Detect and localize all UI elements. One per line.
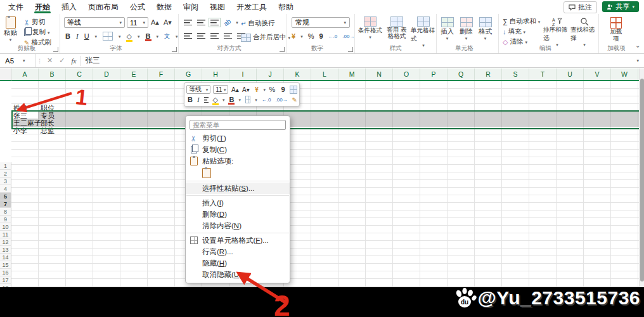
insert-cells-button[interactable]: 插入 ▾	[441, 17, 454, 41]
mini-font-color-dropdown-icon[interactable]: ▾	[238, 98, 241, 102]
selected-row-band-5[interactable]	[11, 112, 639, 119]
underline-dropdown-icon[interactable]: ▾	[95, 34, 98, 39]
column-header-W[interactable]: W	[611, 68, 638, 80]
column-header-G[interactable]: G	[175, 68, 202, 80]
paste-button[interactable]: 粘贴 ▾	[4, 16, 17, 42]
cell-styles-button[interactable]: 单元格样式 ▾	[411, 16, 436, 48]
mini-increase-decimal-icon[interactable]: ←.0	[262, 97, 271, 103]
mini-percent-button[interactable]: %	[268, 85, 276, 94]
menu-item-复制[interactable]: 复制(C)	[186, 144, 290, 155]
column-header-M[interactable]: M	[338, 68, 366, 80]
mini-font-name-select[interactable]: 等线 ▾	[186, 85, 210, 94]
font-size-select[interactable]: 11 ▾	[127, 17, 148, 28]
column-header-A[interactable]: A	[11, 68, 39, 80]
column-header-F[interactable]: F	[148, 68, 175, 80]
mini-font-color-button[interactable]: B	[229, 96, 234, 103]
column-header-I[interactable]: I	[229, 68, 257, 80]
comments-button[interactable]: 批注	[564, 1, 597, 13]
font-color-button[interactable]: B	[146, 32, 151, 40]
column-header-C[interactable]: C	[66, 68, 93, 80]
expand-formula-bar-icon[interactable]: ▾	[636, 58, 639, 63]
menu-item-粘贴选项:[interactable]: 粘贴选项:	[186, 155, 290, 167]
underline-button[interactable]: U	[84, 32, 89, 40]
phonetic-guide-button[interactable]: 文	[164, 32, 170, 41]
orientation-dropdown-icon[interactable]: ▾	[236, 20, 238, 25]
number-format-select[interactable]: 常规 ▾	[292, 17, 350, 28]
comma-style-button[interactable]: 9	[319, 32, 323, 40]
format-cells-button[interactable]: 格式 ▾	[479, 17, 492, 41]
tab-页面布局[interactable]: 页面布局	[82, 0, 124, 14]
column-header-S[interactable]: S	[502, 68, 529, 80]
column-header-P[interactable]: P	[420, 68, 448, 80]
mini-merge-icon[interactable]	[290, 86, 297, 94]
tab-公式[interactable]: 公式	[124, 0, 151, 14]
align-right-icon[interactable]	[210, 33, 219, 39]
clipboard-dialog-launcher[interactable]	[53, 47, 58, 52]
copy-button[interactable]: 复制 ▾	[24, 28, 50, 37]
row-header-5[interactable]: 5	[0, 193, 11, 200]
tab-开始[interactable]: 开始	[29, 0, 56, 14]
borders-button[interactable]	[103, 32, 113, 41]
selected-row-band-7[interactable]	[11, 119, 639, 127]
row-header-11[interactable]: 11	[0, 231, 11, 238]
conditional-formatting-button[interactable]: 条件格式 ▾	[357, 16, 383, 39]
cell-value[interactable]: 张三	[13, 112, 27, 119]
decrease-indent-icon[interactable]	[224, 33, 232, 39]
column-header-D[interactable]: D	[93, 68, 120, 80]
select-all-corner[interactable]	[0, 68, 11, 81]
row-header-16[interactable]: 16	[0, 269, 11, 276]
cell-value[interactable]: 姓名	[13, 104, 27, 112]
row-header-9[interactable]: 9	[0, 216, 11, 223]
column-header-H[interactable]: H	[202, 68, 229, 80]
cell-value[interactable]: 职位	[41, 104, 55, 112]
mini-borders-button[interactable]	[245, 96, 250, 103]
font-name-select[interactable]: 等线 ▾	[64, 17, 125, 28]
row-header-10[interactable]: 10	[0, 223, 11, 231]
menu-item-行高[interactable]: 行高(R)...	[186, 246, 290, 257]
cell-value[interactable]: 王二麻子	[13, 119, 41, 127]
tab-帮助[interactable]: 帮助	[273, 0, 299, 14]
column-header-N[interactable]: N	[366, 68, 393, 80]
column-header-J[interactable]: J	[257, 68, 284, 80]
column-header-B[interactable]: B	[39, 68, 66, 80]
row-header-1[interactable]: 1	[0, 162, 11, 170]
accounting-dropdown-icon[interactable]: ▾	[300, 34, 303, 39]
alignment-dialog-launcher[interactable]	[280, 47, 285, 52]
menu-search-input[interactable]	[190, 120, 286, 130]
fill-button[interactable]: ↓ 填充 ▾	[503, 27, 525, 36]
mini-borders-dropdown-icon[interactable]: ▾	[255, 98, 257, 102]
format-as-table-button[interactable]: 套用 表格格式	[384, 16, 409, 40]
row-header-3[interactable]: 3	[0, 178, 11, 185]
align-center-icon[interactable]	[197, 33, 205, 39]
row-header-8[interactable]: 8	[0, 208, 11, 216]
formula-content[interactable]: 张三	[85, 56, 100, 65]
cell-value[interactable]: 小李	[13, 127, 27, 134]
borders-dropdown-icon[interactable]: ▾	[119, 34, 121, 39]
column-header-E[interactable]: E	[120, 68, 148, 80]
tab-插入[interactable]: 插入	[56, 0, 82, 14]
vertical-scrollbar[interactable]	[639, 68, 644, 287]
phonetic-dropdown-icon[interactable]: ▾	[176, 34, 178, 39]
mini-increase-font-button[interactable]: A▴	[231, 85, 239, 94]
increase-decimal-icon[interactable]: ←.0	[328, 34, 338, 39]
font-dialog-launcher[interactable]	[172, 47, 177, 52]
mini-fill-color-button[interactable]: ◇	[213, 96, 218, 104]
mini-fill-dropdown-icon[interactable]: ▾	[222, 98, 225, 102]
column-header-T[interactable]: T	[529, 68, 557, 80]
enter-icon[interactable]: ✓	[56, 56, 68, 65]
column-header-O[interactable]: O	[393, 68, 420, 80]
decrease-decimal-icon[interactable]: .00→	[342, 34, 354, 39]
mini-comma-button[interactable]: 9	[279, 85, 287, 94]
tab-视图[interactable]: 视图	[204, 0, 231, 14]
collapse-ribbon-icon[interactable]: ⌄	[635, 42, 640, 49]
menu-item-隐藏[interactable]: 隐藏(H)	[186, 257, 290, 269]
name-box[interactable]: A5 ▾	[0, 54, 35, 67]
increase-font-size-button[interactable]: A▴	[151, 18, 159, 27]
mini-decrease-decimal-icon[interactable]: .00→	[275, 97, 287, 103]
mini-accounting-dropdown-icon[interactable]: ▾	[263, 87, 266, 92]
font-color-dropdown-icon[interactable]: ▾	[157, 34, 159, 39]
decrease-font-size-button[interactable]: A▾	[164, 18, 172, 27]
row-header-14[interactable]: 14	[0, 254, 11, 261]
column-header-K[interactable]: K	[284, 68, 311, 80]
insert-function-icon[interactable]: fx	[68, 57, 79, 65]
